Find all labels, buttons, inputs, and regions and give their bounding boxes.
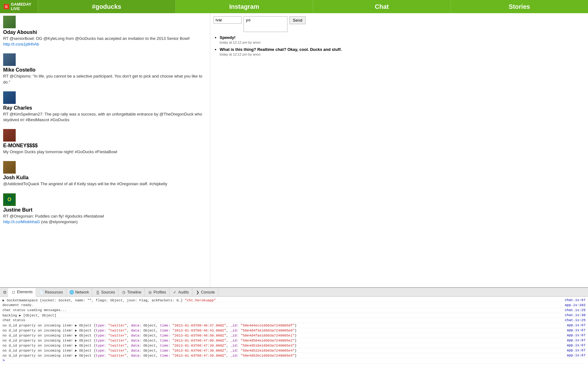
console-line: ▶ SocketNamespace {socket: Socket, name:… <box>3 298 585 303</box>
avatar <box>3 91 16 104</box>
console-line-content: no d_id property on incoming item! ▶ Obj… <box>3 348 564 353</box>
console-line-file[interactable]: chat.is:67 <box>565 298 585 302</box>
devtools-tab-console-label: Console <box>201 290 215 294</box>
console-line-content: no d_id property on incoming item! ▶ Obj… <box>3 323 564 327</box>
avatar: O <box>3 193 16 206</box>
console-line: chat status chat.is:25 <box>3 318 585 323</box>
avatar <box>3 53 16 66</box>
oregon-duck-icon: O <box>5 195 14 204</box>
chat-messages-list: Speedy! today at 12:12 pm by anon What i… <box>213 35 585 59</box>
console-line-content: ▶ SocketNamespace {socket: Socket, name:… <box>3 298 562 302</box>
devtools-tab-sources-label: Sources <box>101 290 115 294</box>
console-line: no d_id property on incoming item! ▶ Obj… <box>3 343 585 348</box>
chat-column: yo Send Speedy! today at 12:12 pm by ano… <box>210 13 588 287</box>
nav-tab-chat[interactable]: Chat <box>313 0 451 13</box>
feed-item: E-MONEY$$$$ My Oregon Ducks play tomorro… <box>3 129 207 157</box>
feed-tweet-text: RT @Oregonian: Puddles can fly! #goducks… <box>3 213 207 225</box>
console-line-content: document ready. <box>3 303 562 307</box>
nav-tab-stories[interactable]: Stories <box>451 0 588 13</box>
chat-username-input[interactable] <box>213 16 242 24</box>
console-line-file[interactable]: app.is:67 <box>567 353 585 357</box>
console-line-file[interactable]: app.is:67 <box>567 348 585 352</box>
console-line: no d_id property on incoming item! ▶ Obj… <box>3 328 585 333</box>
svg-text:O: O <box>8 197 11 202</box>
devtools-tab-sources[interactable]: {} Sources <box>92 288 118 296</box>
devtools-tab-resources-label: Resources <box>45 290 63 294</box>
avatar <box>3 161 16 174</box>
feed-username: Ray Charles <box>3 105 207 111</box>
feed-item: Oday Aboushi RT @seniorBowl: OG @KyleLon… <box>3 16 207 50</box>
logo-text: GAMEDAY LIVE <box>11 2 31 11</box>
console-line: no d_id property on incoming item! ▶ Obj… <box>3 348 585 353</box>
feed-tweet-link[interactable]: http://t.co/a1jdHhAb <box>3 42 39 46</box>
chat-send-button[interactable]: Send <box>289 16 306 24</box>
logo[interactable]: G GAMEDAY LIVE <box>0 0 38 13</box>
nav-tab-goducks[interactable]: #goducks <box>38 0 175 13</box>
chat-message-text: Speedy! <box>220 35 236 40</box>
devtools-tab-profiles-label: Profiles <box>153 290 166 294</box>
devtools-tab-timeline-label: Timeline <box>127 290 141 294</box>
feed-tweet-text: RT @KimSpellman27: The pep rally was a s… <box>3 111 207 123</box>
console-prompt[interactable]: > <box>3 359 5 363</box>
chat-message-input[interactable]: yo <box>243 16 287 32</box>
console-line-file[interactable]: app.is:67 <box>567 338 585 342</box>
feed-item: Mike Costello RT @Chipisms: "In life, yo… <box>3 53 207 87</box>
feed-username: E-MONEY$$$$ <box>3 143 207 148</box>
console-line-content: no d_id property on incoming item! ▶ Obj… <box>3 328 564 332</box>
feed-username: Justine Burt <box>3 207 207 213</box>
devtools-tab-elements-label: Elements <box>17 290 33 294</box>
devtools-tab-audits[interactable]: ✓ Audits <box>169 288 192 296</box>
chat-message-item: Speedy! today at 12:12 pm by anon <box>220 35 585 45</box>
console-line-file[interactable]: app.is:67 <box>567 343 585 347</box>
console-line: backlog ▶ [Object, Object] chat.is:30 <box>3 313 585 318</box>
console-line-content: no d_id property on incoming item! ▶ Obj… <box>3 353 564 358</box>
devtools-tab-resources[interactable]: 📄 Resources <box>36 288 66 296</box>
console-line-file[interactable]: app.is:67 <box>567 328 585 332</box>
console-line-content: chat status Loading messages... <box>3 308 562 312</box>
feed-tweet-text: RT @seniorBowl: OG @KyleLong from @GoDuc… <box>3 36 207 47</box>
console-line: no d_id property on incoming item! ▶ Obj… <box>3 333 585 338</box>
feed-tweet-text: RT @Chipisms: "In life, you cannot be a … <box>3 73 207 85</box>
devtools-tab-timeline[interactable]: ◷ Timeline <box>118 288 145 296</box>
console-line-file[interactable]: app.is:67 <box>567 323 585 327</box>
nav-tab-instagram[interactable]: Instagram <box>175 0 313 13</box>
console-line-content: no d_id property on incoming item! ▶ Obj… <box>3 333 564 337</box>
feed-tweet-text: @AddictedToQuack The angriest of all if … <box>3 181 207 187</box>
devtools-tab-elements[interactable]: ◻ Elements <box>8 288 36 297</box>
console-line-file[interactable]: app.is:102 <box>565 303 585 307</box>
devtools-tab-network-label: Network <box>75 290 89 294</box>
chat-message-time: today at 12:12 pm by anon <box>220 40 260 44</box>
chat-message-item: What is this thing? Realtime chat? Okay,… <box>220 47 585 57</box>
devtools-settings-button[interactable]: ⚙ <box>1 289 8 296</box>
feed-item: Josh Kulla @AddictedToQuack The angriest… <box>3 161 207 189</box>
console-line: no d_id property on incoming item! ▶ Obj… <box>3 323 585 328</box>
console-line-file[interactable]: chat.is:25 <box>565 308 585 312</box>
chat-input-area: yo Send <box>213 16 585 32</box>
timeline-icon: ◷ <box>121 290 126 294</box>
network-icon: 🌐 <box>69 290 74 294</box>
feed-username: Josh Kulla <box>3 175 207 181</box>
feed-tweet-link[interactable]: http://t.co/MIokhhaG <box>3 219 40 224</box>
avatar <box>3 129 16 142</box>
console-line-file[interactable]: chat.is:30 <box>565 313 585 317</box>
console-icon: ❯ <box>195 290 200 294</box>
feed-username: Mike Costello <box>3 67 207 73</box>
main-content: Oday Aboushi RT @seniorBowl: OG @KyleLon… <box>0 13 588 287</box>
devtools-panel: ⚙ ◻ Elements 📄 Resources 🌐 Network {} So… <box>0 287 588 372</box>
console-line-file[interactable]: app.is:67 <box>567 333 585 337</box>
devtools-tabs-bar: ⚙ ◻ Elements 📄 Resources 🌐 Network {} So… <box>0 288 588 297</box>
console-line-file[interactable]: chat.is:25 <box>565 318 585 322</box>
devtools-tab-profiles[interactable]: ◎ Profiles <box>145 288 169 296</box>
devtools-console[interactable]: ▶ SocketNamespace {socket: Socket, name:… <box>0 297 588 372</box>
devtools-tab-console[interactable]: ❯ Console <box>192 288 218 296</box>
console-line-content: backlog ▶ [Object, Object] <box>3 313 562 317</box>
console-line-content: no d_id property on incoming item! ▶ Obj… <box>3 343 564 348</box>
console-line-content: no d_id property on incoming item! ▶ Obj… <box>3 338 564 342</box>
devtools-tab-network[interactable]: 🌐 Network <box>66 288 92 296</box>
console-prompt-line[interactable]: > <box>3 358 585 364</box>
sources-icon: {} <box>95 290 100 294</box>
console-line: document ready. app.is:102 <box>3 303 585 308</box>
devtools-tab-audits-label: Audits <box>178 290 189 294</box>
feed-username: Oday Aboushi <box>3 30 207 35</box>
elements-icon: ◻ <box>11 290 16 294</box>
